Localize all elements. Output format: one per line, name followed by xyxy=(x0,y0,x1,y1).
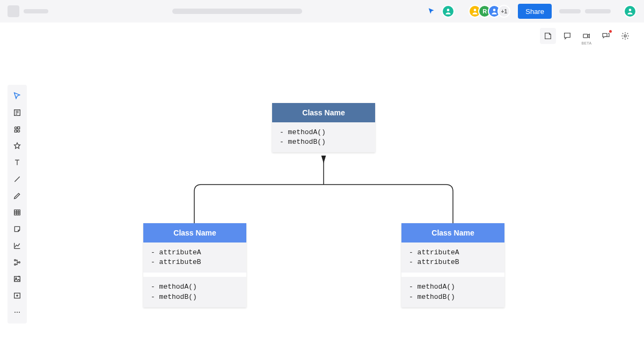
presence-cursor-icon xyxy=(426,6,437,17)
class-box-child-left[interactable]: Class Name - attributeA - attributeB - m… xyxy=(143,223,246,307)
section-gap xyxy=(143,273,246,277)
doc-title-placeholder[interactable] xyxy=(172,9,302,14)
class-attributes[interactable]: - attributeA - attributeB xyxy=(143,243,246,273)
class-title[interactable]: Class Name xyxy=(401,223,504,243)
app-logo[interactable] xyxy=(8,5,19,17)
svg-point-0 xyxy=(447,9,450,11)
topbar-center xyxy=(53,9,421,14)
top-bar: R +1 Share xyxy=(0,0,644,23)
svg-point-2 xyxy=(493,9,496,11)
class-methods[interactable]: - methodA() - methodB() xyxy=(272,122,375,152)
toolbar-placeholder xyxy=(559,9,581,13)
class-methods[interactable]: - methodA() - methodB() xyxy=(401,277,504,307)
avatar-overflow[interactable]: +1 xyxy=(497,5,510,18)
class-methods[interactable]: - methodA() - methodB() xyxy=(143,277,246,307)
class-box-child-right[interactable]: Class Name - attributeA - attributeB - m… xyxy=(401,223,504,307)
collaborator-avatars[interactable]: R +1 xyxy=(469,5,510,18)
class-attributes[interactable]: - attributeA - attributeB xyxy=(401,243,504,273)
svg-point-1 xyxy=(474,9,477,11)
inheritance-connector xyxy=(140,155,504,225)
class-title[interactable]: Class Name xyxy=(272,103,375,122)
user-avatar[interactable] xyxy=(624,5,636,18)
toolbar-placeholder xyxy=(585,9,611,13)
breadcrumb-placeholder xyxy=(24,9,48,13)
share-button[interactable]: Share xyxy=(518,4,552,19)
svg-point-3 xyxy=(629,9,632,11)
class-box-parent[interactable]: Class Name - methodA() - methodB() xyxy=(272,103,375,152)
presence-avatar[interactable] xyxy=(442,5,455,18)
canvas[interactable]: Class Name - methodA() - methodB() Class… xyxy=(0,23,644,338)
section-gap xyxy=(401,273,504,277)
class-title[interactable]: Class Name xyxy=(143,223,246,243)
